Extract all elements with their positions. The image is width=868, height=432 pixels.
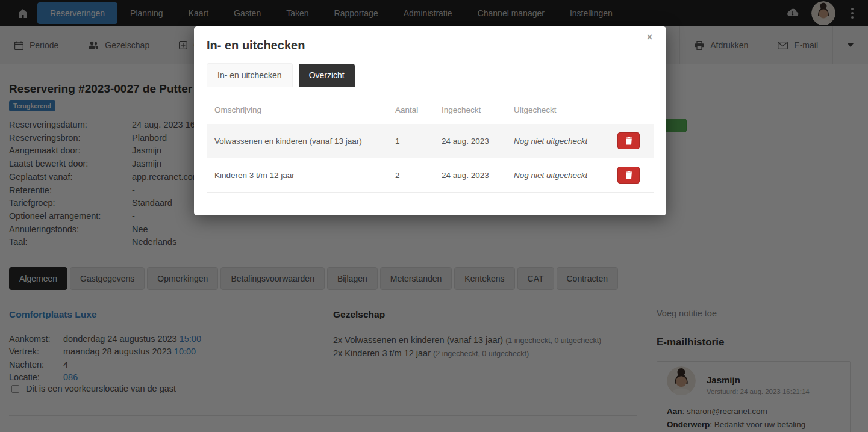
checkin-table: Omschrijving Aantal Ingecheckt Uitgechec… (207, 103, 654, 193)
app-screen: Reserveringen Planning Kaart Gasten Take… (0, 0, 868, 432)
modal-title: In- en uitchecken (194, 26, 666, 52)
cell-actions (610, 158, 654, 193)
delete-button[interactable] (617, 132, 640, 149)
table-row: Kinderen 3 t/m 12 jaar 2 24 aug. 2023 No… (207, 158, 654, 193)
column-header-ingecheckt: Ingecheckt (434, 103, 506, 124)
table-row: Volwassenen en kinderen (vanaf 13 jaar) … (207, 124, 654, 158)
column-header-aantal: Aantal (387, 103, 434, 124)
trash-icon (625, 171, 632, 179)
column-header-actions (610, 103, 654, 124)
cell-ingecheckt: 24 aug. 2023 (434, 158, 506, 193)
cell-description: Kinderen 3 t/m 12 jaar (207, 158, 387, 193)
cell-uitgecheckt: Nog niet uitgecheckt (506, 124, 610, 158)
cell-aantal: 1 (387, 124, 434, 158)
modal-tab-in-en-uitchecken[interactable]: In- en uitchecken (207, 63, 293, 87)
cell-actions (610, 124, 654, 158)
cell-ingecheckt: 24 aug. 2023 (434, 124, 506, 158)
close-icon: × (647, 32, 652, 42)
column-header-uitgecheckt: Uitgecheckt (506, 103, 610, 124)
table-header-row: Omschrijving Aantal Ingecheckt Uitgechec… (207, 103, 654, 124)
trash-icon (625, 137, 632, 145)
delete-button[interactable] (617, 167, 640, 184)
checkin-modal: × In- en uitchecken In- en uitchecken Ov… (194, 26, 666, 215)
modal-tab-overzicht[interactable]: Overzicht (299, 64, 355, 87)
cell-aantal: 2 (387, 158, 434, 193)
column-header-omschrijving: Omschrijving (207, 103, 387, 124)
cell-uitgecheckt: Nog niet uitgecheckt (506, 158, 610, 193)
cell-description: Volwassenen en kinderen (vanaf 13 jaar) (207, 124, 387, 158)
modal-tabbar: In- en uitchecken Overzicht (207, 63, 654, 87)
modal-close-button[interactable]: × (643, 32, 656, 43)
